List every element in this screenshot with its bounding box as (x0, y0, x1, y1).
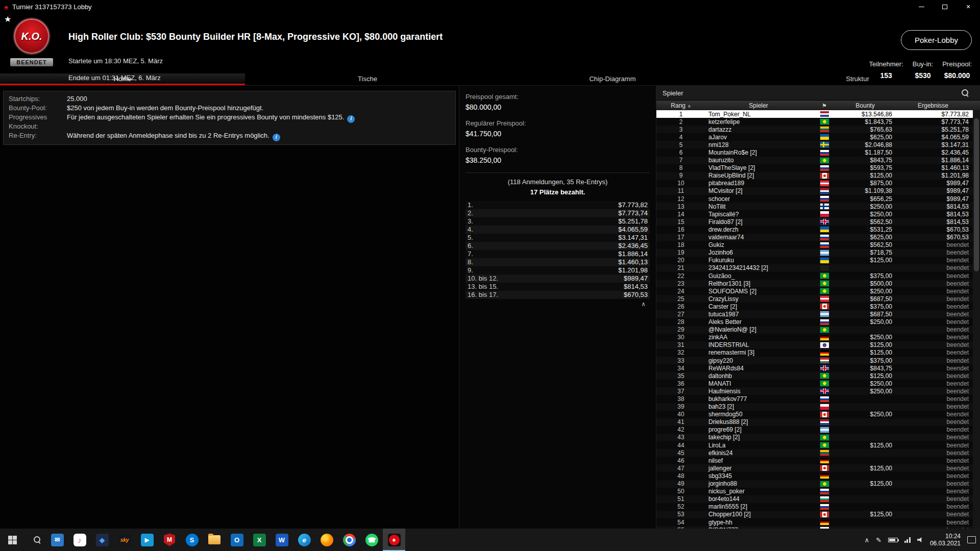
tab-chip-diagramm[interactable]: Chip-Diagramm (490, 73, 735, 85)
player-row[interactable]: 34 ReWARds84 $843,75 beendet (656, 364, 973, 372)
tab-tische[interactable]: Tische (245, 73, 490, 85)
column-rank[interactable]: Rang∧ (656, 102, 705, 109)
volume-icon[interactable] (917, 537, 923, 543)
player-row[interactable]: 35 daltonhb $125,00 beendet (656, 372, 973, 380)
player-row[interactable]: 18 Gukiz $562,50 beendet (656, 241, 973, 249)
player-row[interactable]: 2 ketzerfelipe $1.843,75 $7.773,74 (656, 118, 973, 126)
player-row[interactable]: 1 Tom_Poker_NL $13.546,86 $7.773,82 (656, 110, 973, 118)
player-row[interactable]: 12 schocer $656,25 $989,47 (656, 195, 973, 203)
player-row[interactable]: 7 bauruzito $843,75 $1.886,14 (656, 157, 973, 164)
player-row[interactable]: 25 CrazyLissy $687,50 beendet (656, 295, 973, 303)
player-row[interactable]: 40 shermdog50 $250,00 beendet (656, 411, 973, 418)
player-row[interactable]: 43 takechip [2] beendet (656, 434, 973, 441)
player-row[interactable]: 50 nickus_poker beendet (656, 488, 973, 495)
player-row[interactable]: 14 Tapiscallé? $250,00 $814,53 (656, 210, 973, 218)
taskbar-outlook-icon[interactable]: O (226, 529, 248, 551)
taskbar-edge-icon[interactable]: e (293, 529, 315, 551)
player-result: beendet (893, 418, 973, 425)
taskbar-pokerstars-icon[interactable]: ♠ (383, 529, 405, 551)
scrollbar-thumb[interactable] (974, 118, 979, 271)
player-row[interactable]: 53 Chopper100 [2] $125,00 beendet (656, 511, 973, 518)
restore-button[interactable] (933, 0, 957, 13)
player-row[interactable]: 16 drew.derzh $531,25 $670,53 (656, 226, 973, 233)
close-button[interactable]: × (957, 0, 980, 13)
player-row[interactable]: 23 Relthor1301 [3] $500,00 beendet (656, 280, 973, 287)
taskbar-firefox-icon[interactable] (315, 529, 338, 551)
player-row[interactable]: 41 Driekus888 [2] beendet (656, 418, 973, 426)
player-row[interactable]: 29 @NvalerioN@ [2] beendet (656, 326, 973, 334)
search-icon[interactable] (962, 89, 969, 96)
player-row[interactable]: 49 jorginho88 $125,00 beendet (656, 480, 973, 488)
player-row[interactable]: 8 VladTheSlaye [2] $593,75 $1.460,13 (656, 164, 973, 172)
player-row[interactable]: 33 gipsy220 $375,00 beendet (656, 357, 973, 364)
collapse-payouts-icon[interactable]: ∧ (465, 299, 650, 308)
taskbar-mail-icon[interactable]: ✉ (46, 529, 68, 551)
start-button[interactable] (1, 529, 23, 551)
column-result[interactable]: Ergebnisse (893, 102, 973, 109)
player-row[interactable]: 26 Carster [2] $375,00 beendet (656, 303, 973, 310)
hidden-icons-chevron-icon[interactable]: ∧ (865, 536, 870, 544)
player-row[interactable]: 39 bah23 [2] beendet (656, 403, 973, 411)
player-row[interactable]: 3 dartazzz $765,63 $5.251,78 (656, 126, 973, 133)
player-row[interactable]: 6 MountainRo$e [2] $1.187,50 $2.436,45 (656, 148, 973, 156)
player-row[interactable]: 21 234241234214432 [2] beendet (656, 264, 973, 272)
taskbar-mcafee-icon[interactable]: M (158, 529, 181, 551)
player-row[interactable]: 37 Haufniensis $250,00 beendet (656, 387, 973, 395)
player-row[interactable]: 42 progre69 [2] beendet (656, 426, 973, 434)
player-row[interactable]: 32 renemastermi [3] $125,00 beendet (656, 349, 973, 357)
player-row[interactable]: 44 LiroLa $125,00 beendet (656, 441, 973, 449)
pen-icon[interactable]: ✎ (876, 536, 881, 544)
taskbar-whatsapp-icon[interactable]: ☎ (360, 529, 383, 551)
player-row[interactable]: 36 MANATI $250,00 beendet (656, 380, 973, 387)
player-row[interactable]: 45 efkinis24 beendet (656, 449, 973, 457)
player-row[interactable]: 20 Fukuruku $125,00 beendet (656, 257, 973, 264)
player-row[interactable]: 13 NoTilit $250,00 $814,53 (656, 203, 973, 210)
notification-center-icon[interactable] (967, 536, 976, 543)
info-icon[interactable]: i (273, 134, 280, 141)
info-icon[interactable]: i (347, 115, 355, 123)
taskbar-explorer-icon[interactable] (203, 529, 226, 551)
player-row[interactable]: 4 aJarov $625,00 $4.065,59 (656, 133, 973, 141)
network-icon[interactable] (904, 537, 911, 543)
player-row[interactable]: 5 nmi128 $2.046,88 $3.147,31 (656, 141, 973, 148)
player-row[interactable]: 54 gtype-hh beendet (656, 518, 973, 526)
player-name: tutuca1987 (705, 311, 812, 318)
player-row[interactable]: 47 jallenger $125,00 beendet (656, 464, 973, 472)
player-row[interactable]: 15 Firaldo87 [2] $562,50 $814,53 (656, 218, 973, 226)
poker-lobby-button[interactable]: Poker-Lobby (901, 30, 972, 50)
player-row[interactable]: 46 nilsef beendet (656, 457, 973, 464)
player-row[interactable]: 27 tutuca1987 $687,50 beendet (656, 310, 973, 318)
payout-row: 3. $5.251,78 (465, 217, 650, 226)
taskbar-word-icon[interactable]: W (271, 529, 293, 551)
taskbar-chrome-icon[interactable] (338, 529, 360, 551)
players-scrollbar[interactable] (973, 110, 980, 529)
player-row[interactable]: 11 MCvisitor [2] $1.109,38 $989,47 (656, 187, 973, 195)
player-row[interactable]: 52 marlin5555 [2] beendet (656, 503, 973, 511)
taskbar-clock[interactable]: 10:24 06.03.2021 (930, 533, 961, 547)
minimize-button[interactable] (910, 0, 933, 13)
player-row[interactable]: 38 bukharkov777 beendet (656, 395, 973, 403)
player-row[interactable]: 28 Aleks Better $250,00 beendet (656, 318, 973, 326)
column-bounty[interactable]: Bounty (837, 102, 893, 109)
battery-icon[interactable] (888, 538, 898, 542)
player-row[interactable]: 31 INDERSTRIAL $125,00 beendet (656, 341, 973, 349)
player-row[interactable]: 24 SOUFODAMS [2] $250,00 beendet (656, 287, 973, 295)
taskbar-search-button[interactable] (23, 529, 46, 551)
taskbar-skype-icon[interactable]: S (181, 529, 203, 551)
player-row[interactable]: 30 zinkAA $250,00 beendet (656, 334, 973, 341)
player-row[interactable]: 22 Guizãoo_ $375,00 beendet (656, 272, 973, 280)
taskbar-skygo-icon[interactable]: sky (113, 529, 136, 551)
player-row[interactable]: 9 RaiseUpBlind [2] $125,00 $1.201,98 (656, 172, 973, 180)
player-row[interactable]: 17 valdemaar74 $625,00 $670,53 (656, 234, 973, 241)
taskbar-diamond-icon[interactable]: ◆ (91, 529, 113, 551)
player-row[interactable]: 10 pitabread189 $875,00 $989,47 (656, 180, 973, 187)
column-country[interactable]: ⚑ (812, 102, 837, 109)
player-row[interactable]: 51 bor4eto144 beendet (656, 495, 973, 503)
players-search-bar[interactable]: Spieler (656, 86, 980, 101)
column-player[interactable]: Spieler (705, 102, 812, 109)
taskbar-itunes-icon[interactable]: ♪ (68, 529, 91, 551)
taskbar-primevideo-icon[interactable]: ▶ (136, 529, 158, 551)
player-row[interactable]: 19 Jozinho6 $718,75 beendet (656, 249, 973, 257)
player-row[interactable]: 48 sbg3345 beendet (656, 472, 973, 480)
taskbar-excel-icon[interactable]: X (248, 529, 271, 551)
